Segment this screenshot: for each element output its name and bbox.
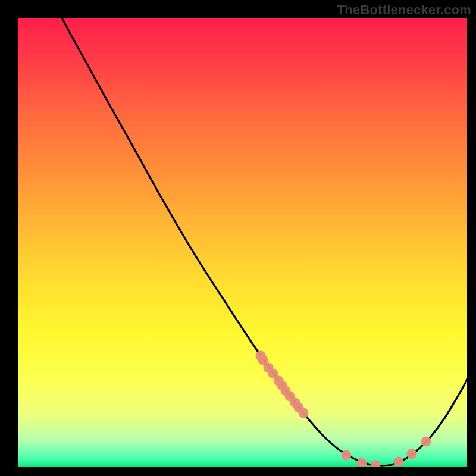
data-marker xyxy=(371,461,381,468)
data-marker xyxy=(394,457,404,467)
chart-plot-area xyxy=(18,18,467,467)
bottleneck-curve xyxy=(18,18,467,467)
data-marker xyxy=(299,408,309,418)
data-markers xyxy=(256,351,431,468)
data-marker xyxy=(407,449,417,459)
attribution-label: TheBottlenecker.com xyxy=(337,2,471,18)
curve-path xyxy=(62,18,467,466)
data-marker xyxy=(357,458,367,468)
data-marker xyxy=(342,450,352,461)
data-marker xyxy=(421,437,431,447)
